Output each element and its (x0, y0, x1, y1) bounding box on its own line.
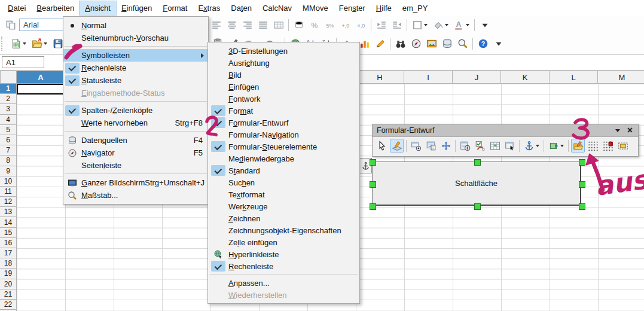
border-button[interactable] (410, 18, 429, 32)
menu-item-anpassen[interactable]: Anpassen... (208, 277, 359, 289)
menu-item-wiederherstellen[interactable]: Wiederherstellen (208, 289, 359, 301)
toolbar-overflow-button[interactable] (492, 37, 505, 51)
delete-decimal-button[interactable]: ×,0 (354, 18, 368, 32)
row-header-16[interactable]: 16 (0, 238, 16, 248)
column-header-j[interactable]: J (453, 71, 501, 84)
row-header-7[interactable]: 7 (0, 145, 16, 156)
chevron-down-icon[interactable] (23, 42, 26, 45)
selection-handle[interactable] (370, 159, 376, 166)
column-header-h[interactable]: H (356, 71, 404, 84)
toolbar-menu-icon[interactable] (615, 129, 620, 132)
select-all-corner[interactable] (0, 71, 17, 84)
row-header-14[interactable]: 14 (0, 217, 16, 227)
control-button[interactable] (409, 139, 423, 153)
menubar-item-4[interactable]: Format (157, 1, 193, 15)
new-document-button[interactable] (9, 37, 28, 51)
menubar-item-3[interactable]: Einfügen (116, 1, 157, 15)
menu-item-werkzeuge[interactable]: Werkzeuge (208, 200, 359, 212)
control-properties-button[interactable] (473, 139, 487, 153)
menubar-item-7[interactable]: CalcNav (257, 1, 297, 15)
indent-more-button[interactable] (374, 18, 388, 32)
row-header-2[interactable]: 2 (0, 94, 16, 104)
design-mode-button[interactable] (390, 139, 404, 153)
align-justify-button[interactable] (256, 18, 270, 32)
align-left-button[interactable] (209, 18, 223, 32)
column-header-a[interactable]: A (17, 71, 65, 84)
menu-item-normal[interactable]: Normal (63, 19, 208, 32)
menu-item-rechenleiste[interactable]: Rechenleiste (63, 62, 208, 74)
menu-item-statusleiste[interactable]: Statusleiste (63, 74, 208, 87)
helplines-button[interactable] (616, 139, 630, 153)
chevron-down-icon[interactable] (466, 24, 469, 26)
currency-button[interactable] (292, 18, 306, 32)
toolbar-grip[interactable] (1, 36, 5, 51)
draw-button[interactable] (373, 37, 387, 51)
tab-order-button[interactable] (439, 139, 453, 153)
position-size-button[interactable] (547, 139, 566, 153)
font-color-button[interactable]: A (452, 18, 471, 32)
row-header-15[interactable]: 15 (0, 228, 16, 238)
menu-item-3d-einstellungen[interactable]: 3D-Einstellungen (208, 45, 359, 57)
menu-item-hyperlinkleiste[interactable]: Hyperlinkleiste (208, 248, 359, 260)
row-header-12[interactable]: 12 (0, 197, 16, 207)
menu-item-zeichnen[interactable]: Zeichnen (208, 212, 359, 224)
form-push-button[interactable]: Schaltfläche (372, 161, 581, 206)
chevron-down-icon[interactable] (44, 42, 47, 45)
align-center-button[interactable] (225, 18, 239, 32)
menu-item-formular-entwurf[interactable]: Formular-Entwurf (208, 117, 359, 129)
menubar-item-5[interactable]: Extras (193, 1, 225, 15)
selection-handle[interactable] (579, 181, 585, 188)
row-header-22[interactable]: 22 (0, 300, 16, 310)
menu-item-zelle-einfügen[interactable]: Zelle einfügen (208, 236, 359, 248)
menu-item-seitenumbruch-vorschau[interactable]: Seitenumbruch-Vorschau (63, 32, 208, 44)
selection-handle[interactable] (579, 203, 585, 210)
menubar-item-10[interactable]: Hilfe (371, 1, 397, 15)
row-header-4[interactable]: 4 (0, 115, 16, 125)
row-header-19[interactable]: 19 (0, 269, 16, 279)
menu-item-fontwork[interactable]: Fontwork (208, 93, 359, 105)
menu-item-rechenleiste[interactable]: Rechenleiste (208, 260, 359, 272)
name-box[interactable]: A1 (2, 56, 44, 68)
row-header-5[interactable]: 5 (0, 125, 16, 135)
menu-item-werte-hervorheben[interactable]: Werte hervorhebenStrg+F8 (63, 117, 208, 129)
menu-item-bild[interactable]: Bild (208, 69, 359, 81)
menu-item-format[interactable]: Format (208, 105, 359, 117)
menu-item-formular-navigation[interactable]: Formular-Navigation (208, 129, 359, 141)
background-color-button[interactable] (431, 18, 450, 32)
toolbar-overflow-button[interactable] (478, 18, 492, 32)
form-design-toolbar-titlebar[interactable]: Formular-Entwurf × (373, 124, 638, 137)
menu-item-maßstab[interactable]: Maßstab... (63, 189, 208, 202)
menubar-item-2[interactable]: Ansicht (80, 1, 116, 15)
menubar-item-11[interactable]: em_PY (397, 1, 434, 15)
chevron-down-icon[interactable] (536, 145, 539, 147)
selection-handle[interactable] (370, 181, 376, 188)
menu-item-standard[interactable]: Standard (208, 164, 359, 176)
row-header-17[interactable]: 17 (0, 248, 16, 258)
image-button[interactable] (425, 37, 438, 51)
chevron-down-icon[interactable] (424, 24, 428, 26)
row-header-9[interactable]: 9 (0, 166, 16, 176)
anchor-button[interactable] (522, 139, 541, 153)
selected-cell-a1[interactable] (17, 84, 65, 94)
menubar-item-0[interactable]: Datei (2, 1, 31, 15)
automatic-focus-button[interactable] (503, 139, 517, 153)
column-header-l[interactable]: L (550, 71, 598, 84)
selection-handle[interactable] (370, 203, 376, 210)
merge-cells-button[interactable] (271, 18, 285, 32)
add-decimal-button[interactable]: +,0 (338, 18, 352, 32)
menu-item-ganzer-bildschirm[interactable]: Ganzer BildschirmStrg+Umschalt+J (63, 176, 208, 189)
menu-item-datenquellen[interactable]: DatenquellenF4 (63, 134, 208, 147)
menu-item-medienwiedergabe[interactable]: Medienwiedergabe (208, 153, 359, 164)
number-format-button[interactable]: 5% (323, 18, 337, 32)
row-header-8[interactable]: 8 (0, 156, 16, 166)
menu-item-textformat[interactable]: Textformat (208, 188, 359, 200)
help-button[interactable]: ? (476, 37, 490, 51)
indent-less-button[interactable] (390, 18, 404, 32)
magnifier-button[interactable] (456, 37, 469, 51)
selection-handle[interactable] (474, 159, 481, 166)
menu-item-navigator[interactable]: NavigatorF5 (63, 147, 208, 159)
navigator-button[interactable] (409, 37, 423, 51)
menu-item-spalten-zeilenköpfe[interactable]: Spalten-/Zeilenköpfe (63, 104, 208, 117)
chevron-down-icon[interactable] (445, 24, 448, 26)
find-button[interactable] (393, 37, 407, 51)
